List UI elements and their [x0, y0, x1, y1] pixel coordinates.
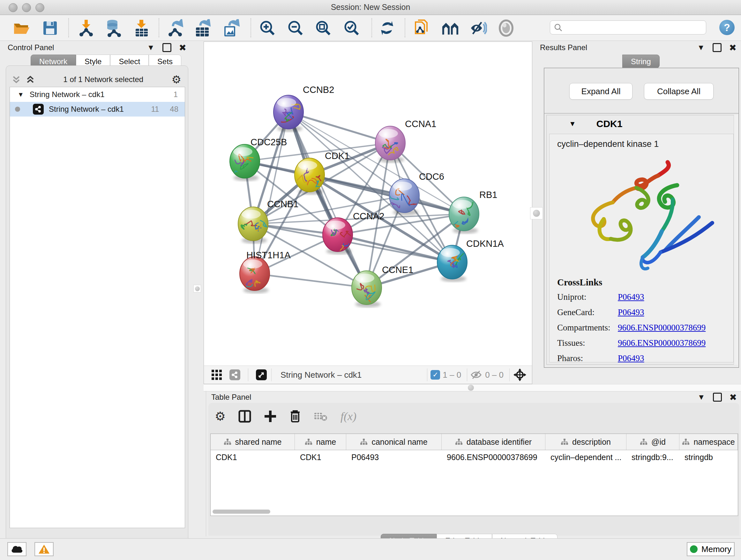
export-image-button[interactable] [222, 19, 240, 37]
network-edge-count: 48 [170, 105, 179, 114]
results-float-icon[interactable]: ▼ [697, 43, 705, 52]
clone-network-icon [414, 19, 430, 37]
import-network-database-button[interactable] [105, 19, 122, 37]
column-header-database-identifier[interactable]: database identifier [442, 434, 545, 450]
delete-column-icon[interactable] [289, 410, 301, 423]
network-edge[interactable] [255, 112, 288, 273]
panel-close-icon[interactable]: ✖ [179, 43, 186, 53]
network-canvas[interactable]: CCNB2CCNA1CDC25BCDK1CDC6RB1CCNB1CCNA2CDK… [204, 42, 532, 366]
status-bar: Memory [0, 538, 741, 560]
fit-selection-crosshair-icon[interactable] [513, 368, 527, 382]
column-header-description[interactable]: description [545, 434, 626, 450]
tab-string[interactable]: String [622, 55, 660, 68]
node-label-cdc25b: CDC25B [251, 137, 287, 147]
import-network-file-button[interactable] [77, 19, 95, 37]
crosslink-value-link[interactable]: 9606.ENSP00000378699 [618, 338, 705, 348]
memory-button[interactable]: Memory [687, 542, 735, 556]
import-network-icon [77, 19, 95, 37]
column-header-label: canonical name [372, 437, 427, 447]
table-horizontal-scrollbar[interactable] [212, 509, 270, 514]
panel-float-icon[interactable]: ▼ [147, 43, 155, 52]
cloud-status-button[interactable] [7, 542, 26, 556]
protein-structure-image [562, 154, 728, 276]
crosslink-value-link[interactable]: P06493 [618, 292, 644, 302]
hidden-eye-icon[interactable] [470, 370, 482, 380]
network-edge[interactable] [255, 273, 367, 288]
horizontal-splitter[interactable] [204, 384, 741, 391]
column-header--id[interactable]: @id [626, 434, 679, 450]
network-collection-row[interactable]: ▼ String Network – cdk1 1 [10, 87, 185, 102]
entry-expander-icon[interactable]: ▼ [569, 120, 576, 128]
expand-all-networks-icon[interactable] [25, 75, 35, 84]
show-graphics-details-button[interactable] [497, 19, 515, 37]
column-type-icon [305, 438, 313, 445]
table-close-icon[interactable]: ✖ [730, 392, 737, 402]
table-cell: CDK1 [211, 450, 295, 464]
column-header-shared-name[interactable]: shared name [211, 434, 295, 450]
open-session-button[interactable] [13, 19, 30, 37]
expand-all-button[interactable]: Expand All [569, 83, 632, 100]
zoom-fit-button[interactable] [315, 19, 332, 37]
apply-layout-button[interactable] [379, 19, 396, 37]
help-button[interactable]: ? [719, 20, 735, 35]
column-header-namespace[interactable]: namespace [679, 434, 738, 450]
crosslink-value-link[interactable]: 9606.ENSP00000378699 [618, 323, 705, 333]
column-type-icon [682, 438, 690, 445]
help-label: ? [724, 22, 730, 34]
crosslink-row: Compartments:9606.ENSP00000378699 [549, 320, 733, 335]
memory-label: Memory [701, 544, 731, 554]
birdseye-grid-icon[interactable] [211, 369, 222, 381]
search-input[interactable] [550, 20, 706, 35]
column-type-icon [360, 438, 367, 445]
table-row[interactable]: CDK1CDK1P064939606.ENSP00000378699cyclin… [211, 450, 738, 464]
table-float-icon[interactable]: ▼ [697, 393, 705, 401]
network-selection-status: 1 of 1 Network selected [35, 75, 172, 84]
collapse-all-button[interactable]: Collapse All [644, 83, 714, 100]
add-column-icon[interactable] [264, 410, 277, 423]
results-close-icon[interactable]: ✖ [729, 43, 737, 53]
zoom-out-button[interactable] [287, 19, 304, 37]
network-edge[interactable] [288, 112, 367, 288]
zoom-in-button[interactable] [259, 19, 276, 37]
left-splitter-handle[interactable] [193, 285, 201, 293]
clone-network-button[interactable] [413, 19, 430, 37]
function-builder-button[interactable]: f(x) [340, 410, 356, 423]
column-header-name[interactable]: name [295, 434, 346, 450]
horizontal-splitter-handle[interactable] [468, 385, 474, 391]
network-node-count: 11 [151, 105, 159, 114]
crosslink-value-link[interactable]: P06493 [618, 354, 644, 363]
hide-selected-button[interactable] [470, 19, 487, 37]
export-table-button[interactable] [194, 19, 211, 37]
results-maximize-icon[interactable] [713, 43, 722, 52]
import-table-button[interactable] [133, 19, 150, 37]
export-table-icon [194, 19, 211, 37]
binoculars-icon [442, 21, 459, 36]
toolbar-separator [372, 18, 372, 37]
node-label-cdkn1a: CDKN1A [466, 239, 504, 249]
network-options-gear-icon[interactable]: ⚙ [172, 74, 181, 85]
export-network-button[interactable] [167, 19, 185, 37]
selected-nodes-checkbox[interactable]: ✓ [430, 370, 440, 380]
results-scrollbar[interactable] [734, 115, 738, 365]
delete-table-icon[interactable] [314, 411, 328, 422]
zoom-fit-icon [315, 20, 332, 37]
detach-view-icon[interactable] [256, 369, 267, 380]
network-type-toolbar-icon[interactable] [229, 369, 240, 380]
table-options-gear-icon[interactable]: ⚙ [215, 410, 226, 422]
warnings-button[interactable] [35, 542, 54, 556]
crosslink-value-link[interactable]: P06493 [618, 307, 644, 317]
collection-expander-icon[interactable]: ▼ [17, 91, 24, 98]
crosslinks-list: Uniprot:P06493GeneCard:P06493Compartment… [549, 289, 733, 366]
collapse-all-networks-icon[interactable] [11, 75, 21, 84]
panel-maximize-icon[interactable] [162, 43, 172, 52]
crosslink-row: GeneCard:P06493 [549, 305, 733, 320]
save-session-button[interactable] [42, 19, 59, 37]
table-maximize-icon[interactable] [713, 393, 722, 401]
show-columns-icon[interactable] [239, 410, 251, 423]
network-row-selected[interactable]: String Network – cdk1 11 48 [10, 102, 185, 117]
zoom-selected-button[interactable] [343, 19, 360, 37]
network-edge[interactable] [288, 112, 390, 143]
column-header-canonical-name[interactable]: canonical name [346, 434, 442, 450]
first-neighbors-button[interactable] [442, 19, 459, 37]
export-image-icon [222, 19, 240, 37]
